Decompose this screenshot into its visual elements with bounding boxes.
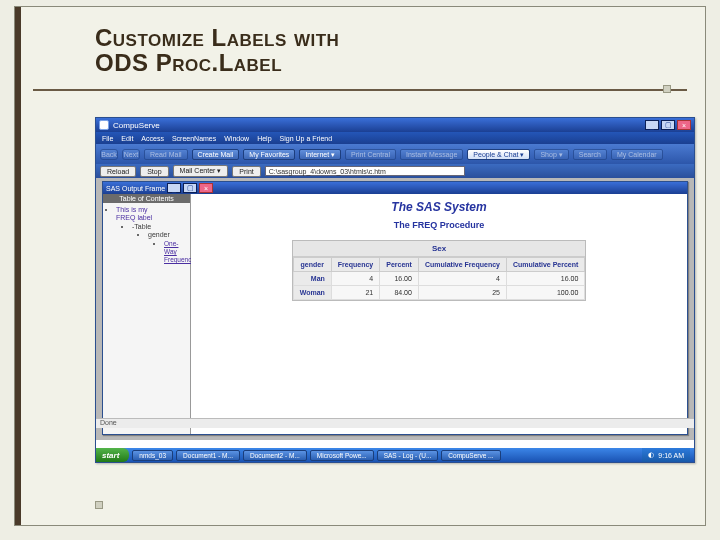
start-button[interactable]: start — [96, 448, 129, 462]
app-icon — [99, 120, 109, 130]
close-button[interactable]: × — [677, 120, 691, 130]
title-square-decoration — [663, 85, 671, 93]
footer-square-decoration — [95, 501, 103, 509]
toc-root-item: This is my FREQ label -Table gender — [116, 206, 187, 265]
next-button[interactable]: Next — [122, 149, 140, 160]
cell-cfreq: 25 — [418, 286, 506, 300]
freq-table-container: Sex gender Frequency Percent Cumulative … — [292, 240, 587, 301]
status-bar: Done — [96, 418, 694, 428]
table-of-contents: Table of Contents This is my FREQ label … — [103, 194, 191, 434]
inner-minimize-button[interactable]: _ — [167, 183, 181, 193]
row-label: Woman — [293, 286, 331, 300]
toolbar-peoplechat[interactable]: People & Chat ▾ — [467, 149, 530, 160]
proc-title: The FREQ Procedure — [394, 220, 485, 230]
task-item[interactable]: Document1 - M... — [176, 450, 240, 461]
toc-var-item: gender One-Way Frequencies — [148, 231, 187, 265]
col-gender: gender — [293, 258, 331, 272]
print-button[interactable]: Print — [232, 166, 260, 177]
mdi-area: SAS Output Frame _ ▢ × Table of Contents… — [96, 178, 694, 440]
slide-title-line2: ODS Proc.Label — [95, 50, 339, 75]
toolbar-shop[interactable]: Shop ▾ — [534, 149, 568, 160]
freq-table: gender Frequency Percent Cumulative Freq… — [293, 257, 586, 300]
freq-table-caption: Sex — [293, 241, 586, 257]
slide-accent-bar — [15, 7, 21, 525]
reload-button[interactable]: Reload — [100, 166, 136, 177]
mailcenter-button[interactable]: Mail Center ▾ — [173, 165, 229, 177]
app-title: CompuServe — [113, 121, 160, 130]
slide-title-line1: Customize Labels with — [95, 25, 339, 50]
toolbar-createmail[interactable]: Create Mail — [192, 149, 240, 160]
outer-titlebar[interactable]: CompuServe _ ▢ × — [96, 118, 694, 132]
menu-edit[interactable]: Edit — [121, 135, 133, 142]
inner-maximize-button[interactable]: ▢ — [183, 183, 197, 193]
toolbar-internet[interactable]: Internet ▾ — [299, 149, 341, 160]
cell-freq: 4 — [331, 272, 379, 286]
toolbar-favorites[interactable]: My Favorites — [243, 149, 295, 160]
toolbar-printcentral[interactable]: Print Central — [345, 149, 396, 160]
cell-freq: 21 — [331, 286, 379, 300]
task-item[interactable]: SAS - Log - (U... — [377, 450, 439, 461]
inner-title: SAS Output Frame — [106, 185, 165, 192]
toolbar: Back Next Read Mail Create Mail My Favor… — [96, 144, 694, 164]
menu-signup[interactable]: Sign Up a Friend — [280, 135, 333, 142]
task-item[interactable]: Microsoft Powe... — [310, 450, 374, 461]
col-frequency: Frequency — [331, 258, 379, 272]
tray-clock: 9:16 AM — [658, 452, 684, 459]
menu-file[interactable]: File — [102, 135, 113, 142]
system-tray[interactable]: ◐ 9:16 AM — [642, 448, 690, 462]
toolbar-instantmessage[interactable]: Instant Message — [400, 149, 463, 160]
table-row: Woman 21 84.00 25 100.00 — [293, 286, 585, 300]
slide-frame: Customize Labels with ODS Proc.Label Com… — [14, 6, 706, 526]
toc-freq-label-line2: FREQ label — [116, 214, 152, 221]
address-field[interactable]: C:\sasgroup_4\downs_03\htmls\c.htm — [265, 166, 465, 176]
minimize-button[interactable]: _ — [645, 120, 659, 130]
toc-table-label: -Table — [132, 223, 151, 230]
title-rule — [33, 89, 687, 91]
menu-help[interactable]: Help — [257, 135, 271, 142]
menubar: File Edit Access ScreenNames Window Help… — [96, 132, 694, 144]
slide-title: Customize Labels with ODS Proc.Label — [95, 25, 339, 75]
cell-pct: 16.00 — [380, 272, 419, 286]
system-title: The SAS System — [391, 200, 486, 214]
sas-output-window: SAS Output Frame _ ▢ × Table of Contents… — [102, 181, 688, 435]
toolbar-search[interactable]: Search — [573, 149, 607, 160]
menu-screennames[interactable]: ScreenNames — [172, 135, 216, 142]
back-button[interactable]: Back — [100, 149, 118, 160]
cell-cpct: 16.00 — [506, 272, 584, 286]
cell-pct: 84.00 — [380, 286, 419, 300]
table-row: Man 4 16.00 4 16.00 — [293, 272, 585, 286]
browser-window: CompuServe _ ▢ × File Edit Access Screen… — [95, 117, 695, 463]
task-item[interactable]: Document2 - M... — [243, 450, 307, 461]
address-bar-row: Reload Stop Mail Center ▾ Print C:\sasgr… — [96, 164, 694, 178]
cell-cfreq: 4 — [418, 272, 506, 286]
toc-freq-label-line1: This is my — [116, 206, 148, 213]
stop-button[interactable]: Stop — [140, 166, 168, 177]
col-cum-percent: Cumulative Percent — [506, 258, 584, 272]
status-text: Done — [100, 419, 117, 426]
menu-window[interactable]: Window — [224, 135, 249, 142]
menu-access[interactable]: Access — [141, 135, 164, 142]
toolbar-calendar[interactable]: My Calendar — [611, 149, 663, 160]
taskbar: start nmds_03 Document1 - M... Document2… — [96, 448, 694, 462]
col-cum-frequency: Cumulative Frequency — [418, 258, 506, 272]
toc-table-item: -Table gender One-Way Frequencies — [132, 223, 187, 265]
inner-close-button[interactable]: × — [199, 183, 213, 193]
cell-cpct: 100.00 — [506, 286, 584, 300]
maximize-button[interactable]: ▢ — [661, 120, 675, 130]
col-percent: Percent — [380, 258, 419, 272]
toolbar-readmail[interactable]: Read Mail — [144, 149, 188, 160]
task-item[interactable]: CompuServe ... — [441, 450, 500, 461]
report-pane: The SAS System The FREQ Procedure Sex ge… — [191, 194, 687, 434]
task-item[interactable]: nmds_03 — [132, 450, 173, 461]
inner-titlebar[interactable]: SAS Output Frame _ ▢ × — [103, 182, 687, 194]
tray-icon: ◐ — [648, 451, 654, 459]
toc-var-label: gender — [148, 231, 170, 238]
row-label: Man — [293, 272, 331, 286]
toc-header: Table of Contents — [103, 194, 190, 203]
